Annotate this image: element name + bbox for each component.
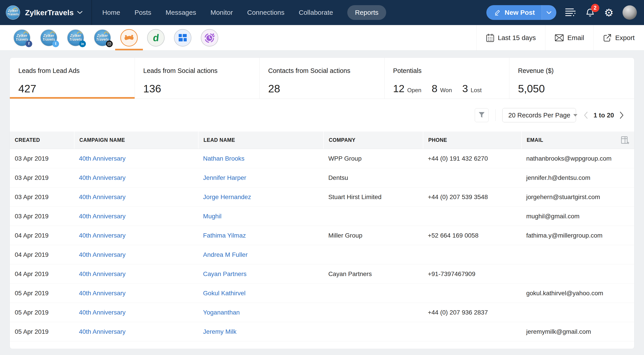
- table-row: 03 Apr 201940th AnniversaryJorge Hernand…: [10, 187, 634, 207]
- sun-icon: [77, 32, 82, 34]
- channel-avatar-text: Zylker: [44, 34, 54, 38]
- table-row: 04 Apr 201940th AnniversaryCayan Partner…: [10, 264, 634, 284]
- summary-card-contacts-from-social-actions[interactable]: Contacts from Social actions28: [260, 58, 384, 99]
- channel-avatar-text: Travels: [69, 38, 82, 42]
- cell-campaign[interactable]: 40th Anniversary: [74, 155, 198, 162]
- feed-menu-button[interactable]: [565, 8, 576, 17]
- table-row: 05 Apr 201940th AnniversaryGokul Kathirv…: [10, 284, 634, 303]
- cell-lead-name[interactable]: Mughil: [198, 213, 323, 220]
- table-row: 04 Apr 201940th AnniversaryAndrea M Full…: [10, 245, 634, 264]
- compose-pencil-icon: [494, 9, 501, 16]
- channel-avatar-text: Zylker: [16, 34, 27, 38]
- cell-campaign[interactable]: 40th Anniversary: [74, 193, 198, 201]
- cell-email: jeremymilk@gmail.com: [521, 328, 634, 335]
- cell-lead-name[interactable]: Jorge Hernandez: [198, 193, 323, 201]
- cell-created: 05 Apr 2019: [10, 309, 74, 316]
- cell-campaign[interactable]: 40th Anniversary: [74, 174, 198, 181]
- email-report-button[interactable]: Email: [545, 25, 594, 50]
- filter-button[interactable]: [475, 108, 488, 122]
- card-value: 28: [268, 83, 384, 95]
- cell-lead-name[interactable]: Andrea M Fuller: [198, 251, 323, 258]
- cell-lead-name[interactable]: Jennifer Harper: [198, 174, 323, 181]
- cell-campaign[interactable]: 40th Anniversary: [74, 328, 198, 335]
- table-row: 04 Apr 201940th AnniversaryFathima Yilma…: [10, 226, 634, 245]
- cell-lead-name[interactable]: Nathan Brooks: [198, 155, 323, 162]
- summary-cards: Leads from Lead Ads427Leads from Social …: [10, 58, 634, 99]
- settings-button[interactable]: ⚙: [604, 8, 614, 18]
- previous-page-button[interactable]: [584, 111, 588, 119]
- brand-name: ZylkerTravels: [25, 8, 74, 17]
- column-header-email[interactable]: EMAIL: [521, 132, 634, 149]
- nav-item-monitor[interactable]: Monitor: [210, 9, 233, 16]
- summary-card-leads-from-lead-ads[interactable]: Leads from Lead Ads427: [10, 58, 134, 99]
- brand-switcher[interactable]: Zylker Travels ZylkerTravels: [6, 5, 82, 20]
- nav-item-posts[interactable]: Posts: [134, 9, 151, 16]
- tab-apps-grid[interactable]: [174, 29, 192, 47]
- cell-lead-name[interactable]: Fathima Yilmaz: [198, 232, 323, 239]
- channel-linkedin[interactable]: ZylkerTravelsin: [67, 29, 84, 46]
- summary-card-potentials[interactable]: Potentials12Open8Won3Lost: [384, 58, 510, 99]
- brand-logo: Zylker Travels: [6, 5, 20, 20]
- main-nav: HomePostsMessagesMonitorConnectionsColla…: [102, 5, 386, 20]
- channel-facebook[interactable]: ZylkerTravelsf: [14, 29, 30, 46]
- nav-item-home[interactable]: Home: [102, 9, 120, 16]
- channel-instagram[interactable]: ZylkerTravels: [94, 29, 111, 46]
- card-title: Revenue ($): [518, 67, 634, 75]
- desk-icon: d: [152, 33, 160, 43]
- cell-campaign[interactable]: 40th Anniversary: [74, 290, 198, 297]
- sun-icon: [104, 32, 108, 34]
- summary-card-leads-from-social-actions[interactable]: Leads from Social actions136: [134, 58, 260, 99]
- nav-item-collaborate[interactable]: Collaborate: [299, 9, 333, 16]
- new-post-button[interactable]: New Post: [486, 5, 556, 20]
- tab-timeline[interactable]: [201, 29, 218, 47]
- channel-twitter[interactable]: ZylkerTravelst: [40, 29, 57, 46]
- cell-lead-name[interactable]: Jeremy Milk: [198, 328, 323, 335]
- summary-card-revenue[interactable]: Revenue ($)5,050: [509, 58, 634, 99]
- grid-squares-icon: [178, 34, 187, 42]
- records-per-page-select[interactable]: 20 Records Per Page: [502, 108, 576, 122]
- report-actions: Last 15 days Email Export: [476, 25, 644, 50]
- tab-desk[interactable]: d: [147, 29, 164, 47]
- cell-created: 03 Apr 2019: [10, 193, 74, 201]
- nav-item-messages[interactable]: Messages: [166, 9, 196, 16]
- facebook-icon: f: [26, 41, 32, 47]
- cell-campaign[interactable]: 40th Anniversary: [74, 232, 198, 239]
- table-row: 05 Apr 201940th AnniversaryYogananthan+4…: [10, 303, 634, 322]
- cell-company: WPP Group: [323, 155, 423, 162]
- card-title: Contacts from Social actions: [268, 67, 384, 75]
- cell-campaign[interactable]: 40th Anniversary: [74, 213, 198, 220]
- cell-campaign[interactable]: 40th Anniversary: [74, 309, 198, 316]
- cell-phone: +91-7397467909: [423, 270, 521, 278]
- column-header-company[interactable]: COMPANY: [323, 132, 423, 149]
- topnav-actions: New Post 2: [486, 5, 637, 20]
- instagram-icon: [106, 41, 113, 47]
- cell-email: jennifer.h@dentsu.com: [521, 174, 634, 181]
- column-header-lead-name[interactable]: LEAD NAME: [198, 132, 323, 149]
- cell-lead-name[interactable]: Cayan Partners: [198, 270, 323, 278]
- column-header-campaign-name[interactable]: CAMPAIGN NAME: [74, 132, 198, 149]
- cell-campaign[interactable]: 40th Anniversary: [74, 270, 198, 278]
- table-row: 03 Apr 201940th AnniversaryMughilmughil@…: [10, 207, 634, 226]
- export-button[interactable]: Export: [594, 25, 644, 50]
- dropdown-caret-icon: [573, 114, 577, 117]
- add-column-button[interactable]: [621, 136, 629, 145]
- new-post-dropdown[interactable]: [542, 5, 556, 20]
- new-post-main[interactable]: New Post: [486, 5, 542, 20]
- table-row: 03 Apr 201940th AnniversaryJennifer Harp…: [10, 168, 634, 187]
- column-header-created[interactable]: CREATED: [10, 132, 74, 149]
- user-avatar[interactable]: [622, 5, 637, 20]
- handshake-icon: [124, 33, 134, 43]
- nav-item-connections[interactable]: Connections: [247, 9, 284, 16]
- cell-lead-name[interactable]: Yogananthan: [198, 309, 323, 316]
- date-range-button[interactable]: Last 15 days: [476, 25, 545, 50]
- nav-item-reports[interactable]: Reports: [347, 5, 386, 20]
- next-page-button[interactable]: [620, 111, 624, 119]
- export-icon: [603, 34, 612, 42]
- notifications-button[interactable]: 2: [585, 8, 595, 18]
- tab-crm-leads[interactable]: [120, 29, 138, 47]
- channel-toolbar: ZylkerTravelsfZylkerTravelstZylkerTravel…: [0, 25, 644, 51]
- nav-divider: [92, 0, 92, 25]
- cell-lead-name[interactable]: Gokul Kathirvel: [198, 290, 323, 297]
- cell-campaign[interactable]: 40th Anniversary: [74, 251, 198, 258]
- column-header-phone[interactable]: PHONE: [423, 132, 521, 149]
